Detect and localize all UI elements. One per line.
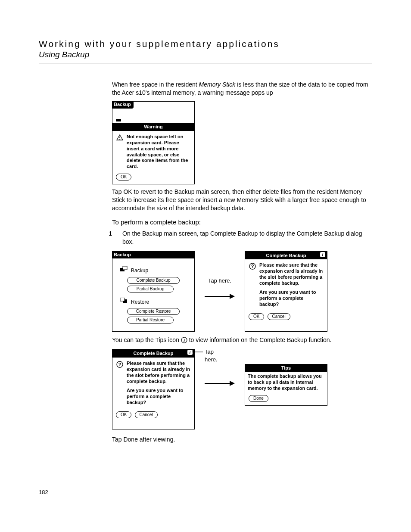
header-divider [39, 63, 372, 63]
step-number: 1 [95, 230, 122, 246]
complete-backup-button[interactable]: Complete Backup [127, 277, 180, 284]
dialog-title: Complete Backup [266, 253, 306, 258]
backup-main-screenshot: Backup Backup Complete Backup Partial Ba… [112, 251, 195, 332]
ok-button[interactable]: OK [116, 411, 131, 418]
warning-icon [116, 134, 123, 140]
page-header: Working with your supplementary applicat… [39, 39, 372, 63]
procedure-heading: To perform a complete backup: [112, 218, 372, 227]
app-tab-backup: Backup [112, 251, 134, 259]
page-number: 182 [39, 489, 48, 495]
svg-text:i: i [184, 338, 185, 343]
cancel-button[interactable]: Cancel [268, 313, 290, 320]
restore-icon [120, 299, 129, 305]
dialog-message-1: Please make sure that the expansion card… [127, 361, 190, 384]
partial-backup-button[interactable]: Partial Backup [127, 286, 174, 292]
warning-message: Not enough space left on expansion card.… [127, 134, 190, 170]
ok-button[interactable]: OK [249, 313, 264, 320]
memory-stick-term: Memory Stick [199, 81, 236, 88]
backup-section-label: Backup [131, 268, 148, 274]
svg-marker-22 [230, 381, 235, 386]
app-tab-backup: Backup [112, 101, 134, 109]
backup-icon [120, 268, 129, 273]
tips-header: Tips [245, 364, 327, 372]
info-icon[interactable]: i [320, 252, 325, 257]
info-icon-inline: i [181, 336, 187, 343]
tap-here-label: Tap here. [205, 348, 218, 363]
chapter-title: Working with your supplementary applicat… [39, 39, 372, 49]
step-text: On the Backup main screen, tap Complete … [122, 230, 372, 246]
tips-screenshot: Tips The complete backup allows you to b… [245, 364, 327, 405]
svg-rect-5 [123, 266, 127, 270]
ok-button[interactable]: OK [116, 174, 131, 180]
arrow-icon [205, 379, 235, 388]
arrow-icon [205, 292, 235, 301]
complete-backup-dialog-screenshot-2: Complete Backup i ? [112, 349, 195, 429]
restore-section-label: Restore [131, 299, 149, 305]
svg-text:?: ? [118, 362, 121, 367]
dialog-title: Complete Backup [134, 351, 174, 356]
svg-rect-7 [120, 298, 125, 301]
intro-paragraph: When free space in the resident Memory S… [112, 81, 372, 97]
complete-restore-button[interactable]: Complete Restore [127, 308, 180, 315]
tap-done-paragraph: Tap Done after viewing. [112, 436, 372, 444]
tap-here-label: Tap here. [202, 277, 237, 285]
question-icon: ? [116, 361, 123, 368]
question-icon: ? [249, 263, 256, 270]
tips-body-text: The complete backup allows you to back u… [248, 373, 324, 391]
svg-text:?: ? [251, 264, 254, 269]
svg-text:i: i [190, 350, 191, 355]
section-title: Using Backup [39, 50, 372, 59]
callout-line [192, 350, 205, 354]
dialog-message-1: Please make sure that the expansion card… [259, 262, 323, 286]
svg-marker-9 [230, 294, 235, 299]
tips-paragraph: You can tap the Tips icon i to view info… [112, 336, 372, 344]
done-button[interactable]: Done [249, 395, 268, 402]
svg-text:i: i [322, 252, 324, 257]
warning-header: Warning [112, 123, 194, 131]
complete-backup-dialog-screenshot: Complete Backup i ? Please make sure t [245, 251, 327, 332]
svg-rect-0 [116, 119, 121, 121]
after-warning-paragraph: Tap OK to revert to the Backup main scre… [112, 188, 372, 212]
dialog-message-2: Are you sure you want to perform a compl… [127, 388, 190, 405]
cancel-button[interactable]: Cancel [135, 411, 158, 418]
card-icon [116, 118, 121, 121]
warning-screenshot: Backup Warning Not enough space left on … [112, 101, 195, 184]
partial-restore-button[interactable]: Partial Restore [127, 317, 174, 324]
dialog-message-2: Are you sure you want to perform a compl… [259, 289, 323, 307]
svg-point-3 [119, 139, 120, 140]
